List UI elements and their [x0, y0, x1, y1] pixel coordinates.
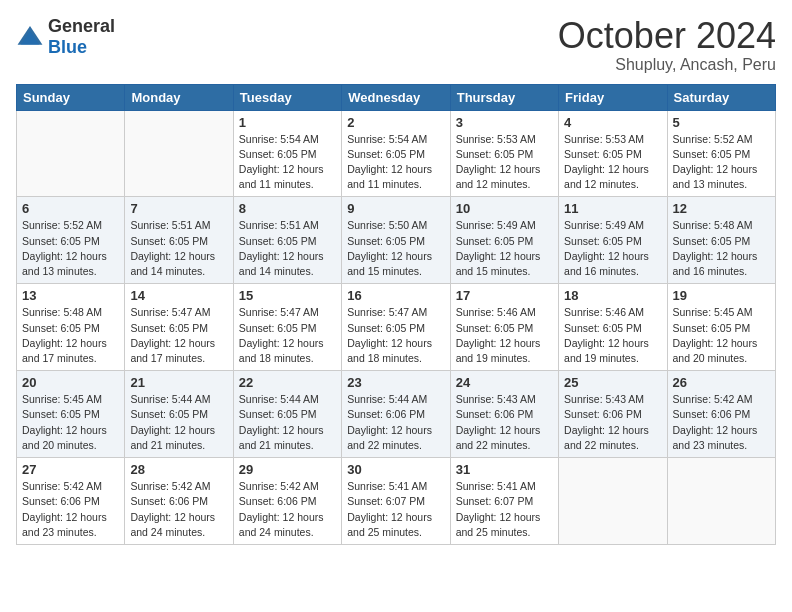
- day-number: 28: [130, 462, 227, 477]
- calendar-cell: 27Sunrise: 5:42 AMSunset: 6:06 PMDayligh…: [17, 458, 125, 545]
- cell-details: Sunrise: 5:47 AMSunset: 6:05 PMDaylight:…: [239, 305, 336, 366]
- calendar-cell: 4Sunrise: 5:53 AMSunset: 6:05 PMDaylight…: [559, 110, 667, 197]
- cell-details: Sunrise: 5:47 AMSunset: 6:05 PMDaylight:…: [130, 305, 227, 366]
- logo-text: General Blue: [48, 16, 115, 58]
- day-number: 20: [22, 375, 119, 390]
- day-number: 25: [564, 375, 661, 390]
- title-block: October 2024 Shupluy, Ancash, Peru: [558, 16, 776, 74]
- calendar-cell: 16Sunrise: 5:47 AMSunset: 6:05 PMDayligh…: [342, 284, 450, 371]
- cell-details: Sunrise: 5:49 AMSunset: 6:05 PMDaylight:…: [564, 218, 661, 279]
- calendar-header-row: SundayMondayTuesdayWednesdayThursdayFrid…: [17, 84, 776, 110]
- cell-details: Sunrise: 5:54 AMSunset: 6:05 PMDaylight:…: [239, 132, 336, 193]
- calendar-cell: 6Sunrise: 5:52 AMSunset: 6:05 PMDaylight…: [17, 197, 125, 284]
- location-title: Shupluy, Ancash, Peru: [558, 56, 776, 74]
- calendar-cell: [559, 458, 667, 545]
- day-number: 6: [22, 201, 119, 216]
- day-number: 17: [456, 288, 553, 303]
- cell-details: Sunrise: 5:54 AMSunset: 6:05 PMDaylight:…: [347, 132, 444, 193]
- day-number: 13: [22, 288, 119, 303]
- cell-details: Sunrise: 5:53 AMSunset: 6:05 PMDaylight:…: [564, 132, 661, 193]
- page-header: General Blue October 2024 Shupluy, Ancas…: [16, 16, 776, 74]
- calendar-cell: 24Sunrise: 5:43 AMSunset: 6:06 PMDayligh…: [450, 371, 558, 458]
- day-number: 18: [564, 288, 661, 303]
- logo: General Blue: [16, 16, 115, 58]
- logo-icon: [16, 23, 44, 51]
- calendar-cell: 10Sunrise: 5:49 AMSunset: 6:05 PMDayligh…: [450, 197, 558, 284]
- day-number: 14: [130, 288, 227, 303]
- cell-details: Sunrise: 5:43 AMSunset: 6:06 PMDaylight:…: [456, 392, 553, 453]
- cell-details: Sunrise: 5:46 AMSunset: 6:05 PMDaylight:…: [564, 305, 661, 366]
- cell-details: Sunrise: 5:44 AMSunset: 6:05 PMDaylight:…: [130, 392, 227, 453]
- calendar-cell: 29Sunrise: 5:42 AMSunset: 6:06 PMDayligh…: [233, 458, 341, 545]
- calendar-week-row: 6Sunrise: 5:52 AMSunset: 6:05 PMDaylight…: [17, 197, 776, 284]
- day-number: 31: [456, 462, 553, 477]
- day-number: 10: [456, 201, 553, 216]
- day-number: 16: [347, 288, 444, 303]
- calendar-cell: 15Sunrise: 5:47 AMSunset: 6:05 PMDayligh…: [233, 284, 341, 371]
- cell-details: Sunrise: 5:50 AMSunset: 6:05 PMDaylight:…: [347, 218, 444, 279]
- calendar-week-row: 1Sunrise: 5:54 AMSunset: 6:05 PMDaylight…: [17, 110, 776, 197]
- day-number: 11: [564, 201, 661, 216]
- cell-details: Sunrise: 5:47 AMSunset: 6:05 PMDaylight:…: [347, 305, 444, 366]
- cell-details: Sunrise: 5:42 AMSunset: 6:06 PMDaylight:…: [22, 479, 119, 540]
- calendar-cell: 19Sunrise: 5:45 AMSunset: 6:05 PMDayligh…: [667, 284, 775, 371]
- calendar-cell: 5Sunrise: 5:52 AMSunset: 6:05 PMDaylight…: [667, 110, 775, 197]
- day-number: 7: [130, 201, 227, 216]
- month-title: October 2024: [558, 16, 776, 56]
- cell-details: Sunrise: 5:51 AMSunset: 6:05 PMDaylight:…: [239, 218, 336, 279]
- cell-details: Sunrise: 5:45 AMSunset: 6:05 PMDaylight:…: [22, 392, 119, 453]
- day-number: 19: [673, 288, 770, 303]
- cell-details: Sunrise: 5:45 AMSunset: 6:05 PMDaylight:…: [673, 305, 770, 366]
- calendar-cell: 2Sunrise: 5:54 AMSunset: 6:05 PMDaylight…: [342, 110, 450, 197]
- day-number: 2: [347, 115, 444, 130]
- day-header-saturday: Saturday: [667, 84, 775, 110]
- calendar-cell: 9Sunrise: 5:50 AMSunset: 6:05 PMDaylight…: [342, 197, 450, 284]
- calendar-cell: 1Sunrise: 5:54 AMSunset: 6:05 PMDaylight…: [233, 110, 341, 197]
- cell-details: Sunrise: 5:52 AMSunset: 6:05 PMDaylight:…: [673, 132, 770, 193]
- day-header-wednesday: Wednesday: [342, 84, 450, 110]
- logo-blue: Blue: [48, 37, 87, 57]
- cell-details: Sunrise: 5:48 AMSunset: 6:05 PMDaylight:…: [673, 218, 770, 279]
- calendar-cell: 20Sunrise: 5:45 AMSunset: 6:05 PMDayligh…: [17, 371, 125, 458]
- day-number: 4: [564, 115, 661, 130]
- day-number: 12: [673, 201, 770, 216]
- day-number: 8: [239, 201, 336, 216]
- cell-details: Sunrise: 5:41 AMSunset: 6:07 PMDaylight:…: [347, 479, 444, 540]
- day-number: 9: [347, 201, 444, 216]
- calendar-cell: 3Sunrise: 5:53 AMSunset: 6:05 PMDaylight…: [450, 110, 558, 197]
- calendar-cell: 21Sunrise: 5:44 AMSunset: 6:05 PMDayligh…: [125, 371, 233, 458]
- calendar-cell: [667, 458, 775, 545]
- calendar-cell: 31Sunrise: 5:41 AMSunset: 6:07 PMDayligh…: [450, 458, 558, 545]
- cell-details: Sunrise: 5:48 AMSunset: 6:05 PMDaylight:…: [22, 305, 119, 366]
- day-number: 23: [347, 375, 444, 390]
- calendar-cell: 18Sunrise: 5:46 AMSunset: 6:05 PMDayligh…: [559, 284, 667, 371]
- calendar-cell: 22Sunrise: 5:44 AMSunset: 6:05 PMDayligh…: [233, 371, 341, 458]
- calendar-cell: 28Sunrise: 5:42 AMSunset: 6:06 PMDayligh…: [125, 458, 233, 545]
- day-number: 27: [22, 462, 119, 477]
- cell-details: Sunrise: 5:43 AMSunset: 6:06 PMDaylight:…: [564, 392, 661, 453]
- day-header-thursday: Thursday: [450, 84, 558, 110]
- day-header-tuesday: Tuesday: [233, 84, 341, 110]
- day-header-sunday: Sunday: [17, 84, 125, 110]
- calendar-cell: 8Sunrise: 5:51 AMSunset: 6:05 PMDaylight…: [233, 197, 341, 284]
- cell-details: Sunrise: 5:46 AMSunset: 6:05 PMDaylight:…: [456, 305, 553, 366]
- day-number: 24: [456, 375, 553, 390]
- cell-details: Sunrise: 5:52 AMSunset: 6:05 PMDaylight:…: [22, 218, 119, 279]
- calendar-week-row: 27Sunrise: 5:42 AMSunset: 6:06 PMDayligh…: [17, 458, 776, 545]
- calendar-cell: 7Sunrise: 5:51 AMSunset: 6:05 PMDaylight…: [125, 197, 233, 284]
- calendar-cell: [17, 110, 125, 197]
- day-number: 3: [456, 115, 553, 130]
- cell-details: Sunrise: 5:42 AMSunset: 6:06 PMDaylight:…: [130, 479, 227, 540]
- day-number: 22: [239, 375, 336, 390]
- day-number: 21: [130, 375, 227, 390]
- logo-general: General: [48, 16, 115, 36]
- day-number: 1: [239, 115, 336, 130]
- calendar-cell: 11Sunrise: 5:49 AMSunset: 6:05 PMDayligh…: [559, 197, 667, 284]
- day-number: 29: [239, 462, 336, 477]
- day-number: 5: [673, 115, 770, 130]
- calendar-cell: 12Sunrise: 5:48 AMSunset: 6:05 PMDayligh…: [667, 197, 775, 284]
- calendar-cell: 17Sunrise: 5:46 AMSunset: 6:05 PMDayligh…: [450, 284, 558, 371]
- cell-details: Sunrise: 5:42 AMSunset: 6:06 PMDaylight:…: [673, 392, 770, 453]
- calendar-cell: 30Sunrise: 5:41 AMSunset: 6:07 PMDayligh…: [342, 458, 450, 545]
- cell-details: Sunrise: 5:53 AMSunset: 6:05 PMDaylight:…: [456, 132, 553, 193]
